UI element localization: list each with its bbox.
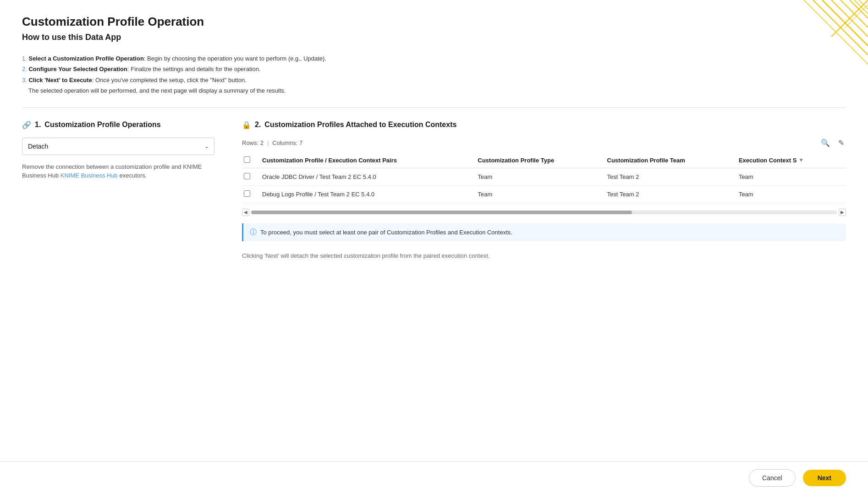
- step1-label: Select a Customization Profile Operation: [28, 55, 143, 62]
- scroll-left-button[interactable]: ◀: [242, 209, 249, 216]
- horizontal-scrollbar[interactable]: ◀ ▶: [242, 209, 846, 216]
- step3-sub: The selected operation will be performed…: [22, 85, 846, 96]
- table-body: Oracle JDBC Driver / Test Team 2 EC 5.4.…: [242, 168, 846, 203]
- step2-text: : Finalize the settings and details for …: [127, 66, 261, 72]
- col-team: Customization Profile Team: [602, 153, 733, 168]
- select-all-checkbox[interactable]: [244, 156, 250, 163]
- column-filter-icon: ▼: [798, 157, 804, 163]
- description-suffix: executors.: [119, 172, 147, 179]
- row-checkbox-0[interactable]: [244, 173, 250, 179]
- table-row: Debug Logs Profile / Test Team 2 EC 5.4.…: [242, 185, 846, 203]
- section-divider: [22, 107, 846, 108]
- lock-icon: 🔒: [242, 121, 251, 129]
- section2-title-text: Customization Profiles Attached to Execu…: [264, 121, 456, 129]
- col-type: Customization Profile Type: [472, 153, 602, 168]
- scrollbar-thumb: [251, 211, 632, 214]
- step3-label: Click 'Next' to Execute: [28, 77, 92, 83]
- col-type-label: Customization Profile Type: [478, 157, 555, 164]
- section1-title: 🔗 1. Customization Profile Operations: [22, 121, 214, 129]
- footer: Cancel Next: [0, 461, 868, 494]
- section1-description: Remove the connection between a customiz…: [22, 162, 214, 180]
- row-type-0: Team: [472, 168, 602, 185]
- svg-line-9: [845, 5, 868, 28]
- col-pair: Customization Profile / Execution Contex…: [257, 153, 472, 168]
- row-type-1: Team: [472, 185, 602, 203]
- cancel-button[interactable]: Cancel: [749, 469, 796, 487]
- left-panel: 🔗 1. Customization Profile Operations De…: [22, 121, 214, 180]
- profiles-table: Customization Profile / Execution Contex…: [242, 153, 846, 203]
- right-panel: 🔒 2. Customization Profiles Attached to …: [242, 121, 846, 259]
- row-context-1: Team: [733, 185, 846, 203]
- instructions: Select a Customization Profile Operation…: [22, 53, 846, 96]
- row-pair-1: Debug Logs Profile / Test Team 2 EC 5.4.…: [257, 185, 472, 203]
- row-checkbox-1[interactable]: [244, 190, 250, 197]
- info-banner: ⓘ To proceed, you must select at least o…: [242, 223, 846, 241]
- row-team-1: Test Team 2: [602, 185, 733, 203]
- info-message: To proceed, you must select at least one…: [260, 229, 512, 236]
- step3-text: : Once you've completed the setup, click…: [92, 77, 247, 83]
- operation-dropdown-wrapper: Detach Attach Update ⌄: [22, 138, 214, 155]
- search-icon-button[interactable]: 🔍: [819, 138, 832, 148]
- section2-number: 2.: [255, 121, 261, 129]
- col-context: Execution Context S ▼: [733, 153, 846, 168]
- svg-line-3: [854, 0, 868, 14]
- svg-line-4: [859, 0, 868, 9]
- operation-dropdown[interactable]: Detach Attach Update: [22, 138, 214, 155]
- columns-count: Columns: 7: [272, 139, 302, 146]
- note-text-content: Clicking 'Next' will detach the selected…: [242, 252, 489, 259]
- table-row: Oracle JDBC Driver / Test Team 2 EC 5.4.…: [242, 168, 846, 185]
- row-team-0: Test Team 2: [602, 168, 733, 185]
- filter-settings-icon-button[interactable]: ✎: [836, 138, 846, 148]
- row-context-0: Team: [733, 168, 846, 185]
- note-text: Clicking 'Next' will detach the selected…: [242, 252, 846, 259]
- rows-count: Rows: 2: [242, 139, 264, 146]
- step2-label: Configure Your Selected Operation: [28, 66, 127, 72]
- table-icons: 🔍 ✎: [819, 138, 846, 148]
- section1-number: 1.: [35, 121, 41, 129]
- col-team-label: Customization Profile Team: [607, 157, 685, 164]
- row-pair-0: Oracle JDBC Driver / Test Team 2 EC 5.4.…: [257, 168, 472, 185]
- info-icon: ⓘ: [250, 228, 257, 237]
- select-all-header: [242, 153, 257, 168]
- knime-hub-link[interactable]: KNIME Business Hub: [60, 172, 118, 179]
- meta-separator: |: [267, 139, 269, 146]
- next-button[interactable]: Next: [803, 470, 846, 486]
- step1-text: : Begin by choosing the operation you wa…: [144, 55, 326, 62]
- scroll-right-button[interactable]: ▶: [839, 209, 846, 216]
- row-checkbox-cell: [242, 168, 257, 185]
- scrollbar-track[interactable]: [251, 211, 837, 214]
- page-title: Customization Profile Operation: [22, 15, 846, 29]
- col-context-label: Execution Context S: [739, 157, 797, 164]
- col-pair-label: Customization Profile / Execution Contex…: [262, 157, 397, 164]
- table-meta: Rows: 2 | Columns: 7 🔍 ✎: [242, 138, 846, 148]
- section1-title-text: Customization Profile Operations: [44, 121, 160, 129]
- row-checkbox-cell: [242, 185, 257, 203]
- table-header-row: Customization Profile / Execution Contex…: [242, 153, 846, 168]
- page-subtitle: How to use this Data App: [22, 33, 846, 42]
- svg-line-2: [850, 0, 868, 18]
- section2-title: 🔒 2. Customization Profiles Attached to …: [242, 121, 846, 129]
- profile-ops-icon: 🔗: [22, 121, 31, 129]
